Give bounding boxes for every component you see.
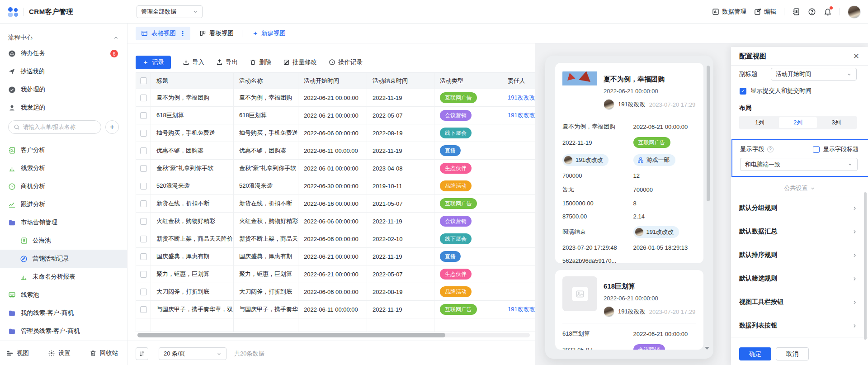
rule-data-list-buttons[interactable]: 数据列表按钮: [739, 319, 858, 332]
sidebar-item-marketing-activity-records[interactable]: 营销活动记录: [0, 250, 127, 268]
views-button[interactable]: 视图: [6, 349, 29, 357]
row-checkbox[interactable]: [140, 165, 147, 172]
preview-card-2[interactable]: 618巨划算 2022-06-21 00:00:00 191改改改 2023-0…: [555, 270, 703, 350]
table-row[interactable]: 金秋"豪"礼拿到你手软 金秋"豪"礼拿到你手软 2022-06-01 00:00…: [136, 160, 535, 177]
common-settings-toggle[interactable]: 公共设置: [731, 184, 868, 192]
help-icon[interactable]: ?: [767, 146, 774, 152]
row-height-button[interactable]: [136, 347, 148, 360]
page-size-select[interactable]: 20 条/页: [159, 347, 226, 360]
row-checkbox[interactable]: [140, 236, 147, 242]
tab-kanban-view[interactable]: 看板视图: [190, 29, 240, 38]
search-input[interactable]: 请输入表单/报表名称: [8, 120, 101, 134]
table-row[interactable]: 聚力，钜惠，巨划算 聚力，钜惠，巨划算 2022-06-21 00:00:00 …: [136, 265, 535, 283]
table-row[interactable]: 优惠不够，团购凑 优惠不够，团购凑 2022-06-11 00:00:00 20…: [136, 142, 535, 160]
row-checkbox[interactable]: [140, 200, 147, 207]
layout-option-3col[interactable]: 3列: [817, 117, 855, 128]
table-row[interactable]: 夏不为例，幸福团购 夏不为例，幸福团购 2022-06-21 00:00:00 …: [136, 89, 535, 107]
select-all-checkbox[interactable]: [140, 77, 147, 84]
column-header-activity-name[interactable]: 活动名称: [234, 73, 298, 89]
row-checkbox[interactable]: [140, 147, 147, 154]
row-checkbox[interactable]: [140, 253, 147, 260]
rule-view-toolbar-buttons[interactable]: 视图工具栏按钮: [739, 296, 858, 308]
column-header-end-time[interactable]: 活动结束时间: [367, 73, 434, 89]
column-header-start-time[interactable]: 活动开始时间: [298, 73, 367, 89]
table-row[interactable]: 国庆盛典，厚惠有期 国庆盛典，厚惠有期 2022-06-21 00:00:00 …: [136, 248, 535, 265]
sidebar-item-opportunity-analysis[interactable]: 商机分析: [8, 177, 119, 195]
owner-link[interactable]: 191改改改: [508, 111, 535, 119]
delete-button[interactable]: 删除: [250, 58, 271, 66]
sidebar-item-cc-to-me[interactable]: 抄送我的: [8, 62, 119, 81]
column-header-owner[interactable]: 责任人: [502, 73, 535, 89]
row-checkbox[interactable]: [140, 112, 147, 119]
table-row[interactable]: 抽号购买，手机免费送 抽号购买，手机免费送 2022-06-06 00:00:0…: [136, 124, 535, 142]
row-checkbox[interactable]: [140, 218, 147, 225]
row-checkbox[interactable]: [140, 183, 147, 190]
preview-card-1[interactable]: 夏不为例，幸福团购 2022-06-21 00:00:00 191改改改 202…: [555, 63, 703, 263]
close-icon[interactable]: ✕: [853, 52, 859, 60]
scroll-down-arrow-icon[interactable]: [705, 347, 709, 350]
owner-link[interactable]: 191改改改: [508, 305, 535, 313]
data-manage-button[interactable]: 数据管理: [712, 8, 746, 16]
import-button[interactable]: 导入: [183, 58, 204, 66]
sidebar-item-admin-leads[interactable]: 管理员线索-客户-商机: [8, 322, 119, 340]
user-avatar[interactable]: [848, 5, 861, 19]
settings-button[interactable]: 设置: [48, 349, 71, 357]
sidebar-item-customer-analysis[interactable]: 客户分析: [8, 141, 119, 159]
rule-default-sorting[interactable]: 默认排序规则: [739, 249, 858, 261]
confirm-button[interactable]: 确定: [739, 347, 771, 360]
edit-button[interactable]: 编辑: [754, 8, 776, 16]
table-row[interactable]: 大刀阔斧，打折到底 大刀阔斧，打折到底 2022-06-06 00:00:00 …: [136, 283, 535, 301]
rule-default-summary[interactable]: 默认数据汇总: [739, 225, 858, 238]
sidebar-item-initiated-by-me[interactable]: 我发起的: [8, 99, 119, 117]
tab-more-icon[interactable]: ⋮: [179, 30, 186, 37]
drawer-scrollbar[interactable]: [864, 192, 867, 340]
cancel-button[interactable]: 取消: [776, 347, 809, 360]
sidebar-item-marketing-management[interactable]: 市场营销管理: [8, 213, 119, 232]
row-checkbox[interactable]: [140, 271, 147, 278]
export-button[interactable]: 导出: [216, 58, 238, 66]
horizontal-scrollbar[interactable]: [137, 333, 530, 337]
column-header-title[interactable]: 标题: [151, 73, 234, 89]
sidebar-item-my-leads[interactable]: 我的线索-客户-商机: [8, 304, 119, 322]
tab-table-view[interactable]: 表格视图 ⋮: [136, 27, 190, 40]
show-field-title-checkbox[interactable]: [813, 146, 820, 153]
contacts-button[interactable]: [792, 8, 800, 16]
table-row[interactable]: 与国庆甲子，携手奏华章，双 与国庆甲子，携手奏华 2022-06-11 00:0…: [136, 301, 535, 318]
sidebar-item-processed-by-me[interactable]: 我处理的: [8, 81, 119, 99]
preview-scrollbar[interactable]: [707, 66, 710, 201]
sidebar-item-followup-analysis[interactable]: 跟进分析: [8, 195, 119, 213]
operation-log-button[interactable]: 操作记录: [329, 58, 363, 66]
sidebar-item-public-pool[interactable]: 公海池: [8, 232, 119, 250]
recycle-bin-button[interactable]: 回收站: [90, 349, 118, 357]
rule-default-filter[interactable]: 默认筛选规则: [739, 272, 858, 285]
subtitle-select[interactable]: 活动开始时间: [771, 68, 857, 81]
add-form-button[interactable]: +: [105, 120, 119, 134]
scrollbar-thumb[interactable]: [137, 333, 445, 337]
show-submitter-checkbox[interactable]: ✓: [740, 88, 746, 95]
row-checkbox[interactable]: [140, 306, 147, 313]
sidebar-item-lead-analysis[interactable]: 线索分析: [8, 159, 119, 177]
sidebar-section-process-center[interactable]: 流程中心: [8, 31, 119, 44]
table-row[interactable]: 火红金秋，购物好精彩 火红金秋，购物好精彩 2022-06-06 00:00:0…: [136, 213, 535, 230]
sidebar-item-lead-pool[interactable]: 线索池: [8, 286, 119, 304]
new-view-button[interactable]: 新建视图: [244, 29, 286, 38]
data-scope-select[interactable]: 管理全部数据: [137, 5, 203, 18]
owner-link[interactable]: 191改改改: [508, 94, 535, 102]
add-record-button[interactable]: 记录: [136, 56, 171, 69]
batch-edit-button[interactable]: 批量修改: [283, 58, 317, 66]
sidebar-item-unnamed-report[interactable]: 未命名分析报表: [8, 268, 119, 286]
column-header-activity-type[interactable]: 活动类型: [434, 73, 502, 89]
table-row[interactable]: 520浪漫来袭 520浪漫来袭 2022-06-30 00:00:00 2019…: [136, 177, 535, 195]
fields-select[interactable]: 和电脑端一致: [740, 158, 858, 171]
layout-option-1col[interactable]: 1列: [741, 117, 779, 128]
table-row[interactable]: 新货不断上架，商品天天降价 新货不断上架，商品天 2022-06-06 00:0…: [136, 230, 535, 248]
table-row[interactable]: 618巨划算 618巨划算 2022-06-21 00:00:00 2022-0…: [136, 107, 535, 124]
help-button[interactable]: [808, 8, 816, 16]
row-checkbox[interactable]: [140, 130, 147, 137]
row-checkbox[interactable]: [140, 289, 147, 295]
sidebar-item-todo-tasks[interactable]: 待办任务 6: [8, 44, 119, 62]
notifications-button[interactable]: [824, 8, 832, 16]
layout-option-2col[interactable]: 2列: [779, 117, 817, 128]
rule-default-grouping[interactable]: 默认分组规则: [739, 202, 858, 214]
row-checkbox[interactable]: [140, 95, 147, 101]
